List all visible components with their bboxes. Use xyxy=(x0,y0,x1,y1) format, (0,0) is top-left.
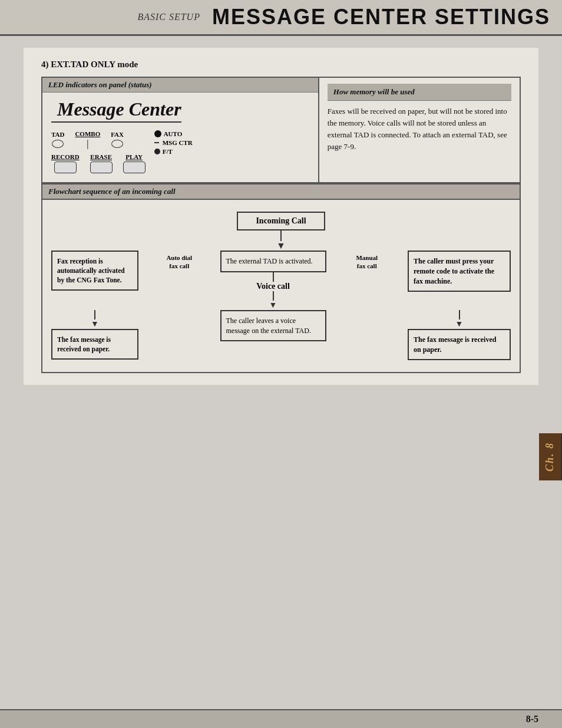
bottom-right-box: The fax message is received on paper. xyxy=(408,329,511,361)
flowchart-header: Flowchart sequence of an incoming call xyxy=(41,183,521,199)
fax-circle xyxy=(111,140,123,148)
ft-item: F/T xyxy=(154,148,193,155)
mc-row-buttons: RECORD ERASE PLAY xyxy=(51,153,146,173)
erase-button xyxy=(90,162,113,173)
arrow-down-voice: ▼ xyxy=(269,301,277,310)
ft-label: F/T xyxy=(163,148,173,155)
led-diagram: LED indicators on panel (status) Message… xyxy=(41,77,521,183)
bottom-center-text: The caller leaves a voice message on the… xyxy=(226,317,311,335)
incoming-call-label: Incoming Call xyxy=(256,216,306,225)
message-center-graphic: Message Center TAD COMBO | xyxy=(42,93,318,182)
led-header: LED indicators on panel (status) xyxy=(42,78,318,93)
tad-circle xyxy=(52,140,64,148)
page-title: MESSAGE CENTER SETTINGS xyxy=(212,5,550,29)
bottom-right-text: The fax message is received on paper. xyxy=(414,335,496,354)
bottom-left-arrow: ▼ xyxy=(91,319,99,329)
mc-left-panel: TAD COMBO | FAX xyxy=(51,130,146,173)
flowchart-full: Incoming Call ▼ Fax reception is automat… xyxy=(51,212,511,360)
auto-dot xyxy=(154,130,161,137)
page-number: 8-5 xyxy=(526,714,538,724)
play-label: PLAY xyxy=(125,153,143,160)
bottom-left-text: The fax message is received on paper. xyxy=(57,336,111,353)
left-fax-text: Fax reception is automatically activated… xyxy=(57,258,125,284)
flowchart-body: Incoming Call ▼ Fax reception is automat… xyxy=(41,199,521,373)
incoming-call-row: Incoming Call ▼ xyxy=(51,212,511,251)
col-right: The caller must press your remote code t… xyxy=(408,251,511,292)
msg-ctr-item: MSG CTR xyxy=(154,139,193,146)
page-number-bar: 8-5 xyxy=(0,709,562,728)
bottom-left-line xyxy=(94,310,95,319)
ft-dot xyxy=(154,149,160,154)
voice-line xyxy=(273,272,274,282)
record-label: RECORD xyxy=(51,153,80,160)
bottom-left-col: ▼ The fax message is received on paper. xyxy=(51,310,138,360)
bottom-center-box: The caller leaves a voice message on the… xyxy=(220,310,326,342)
bottom-right-line xyxy=(459,310,460,319)
col-left: Fax reception is automatically activated… xyxy=(51,251,138,291)
center-tad-box: The external TAD is activated. xyxy=(220,251,326,272)
manual-label: Manual fax call xyxy=(356,253,378,271)
how-memory-header: How memory will be used xyxy=(328,84,511,101)
left-fax-box: Fax reception is automatically activated… xyxy=(51,251,138,291)
erase-label: ERASE xyxy=(90,153,112,160)
combo-label: COMBO xyxy=(75,130,100,137)
auto-item: AUTO xyxy=(154,130,193,137)
right-fax-text: The caller must press your remote code t… xyxy=(414,257,494,285)
section-title: 4) EXT.TAD ONLY mode xyxy=(41,60,521,70)
arrow-down-1: ▼ xyxy=(276,241,286,251)
right-fax-box: The caller must press your remote code t… xyxy=(408,251,511,292)
basic-setup-label: BASIC SETUP xyxy=(137,12,200,22)
arrow-line-1 xyxy=(280,230,282,241)
auto-label: AUTO xyxy=(164,130,183,137)
play-button xyxy=(123,162,146,173)
bottom-right-col: ▼ The fax message is received on paper. xyxy=(408,310,511,361)
voice-call-label: Voice call xyxy=(256,282,290,291)
auto-dial-col: Auto dial fax call xyxy=(158,251,200,271)
manual-col: Manual fax call xyxy=(346,251,388,271)
bottom-row: ▼ The fax message is received on paper. … xyxy=(51,310,511,361)
main-content: 4) EXT.TAD ONLY mode LED indicators on p… xyxy=(24,48,538,385)
message-center-title: Message Center xyxy=(51,98,181,123)
incoming-call-box: Incoming Call xyxy=(237,212,325,230)
msg-ctr-label: MSG CTR xyxy=(163,139,193,146)
how-memory-panel: How memory will be used Faxes will be re… xyxy=(319,78,520,182)
center-tad-text: The external TAD is activated. xyxy=(226,257,313,265)
bottom-left-box: The fax message is received on paper. xyxy=(51,329,138,360)
record-button xyxy=(54,162,77,173)
mc-row-labels: TAD COMBO | FAX xyxy=(51,130,146,149)
how-memory-text: Faxes will be received on paper, but wil… xyxy=(328,106,511,153)
led-panel: LED indicators on panel (status) Message… xyxy=(42,78,319,182)
fax-label: FAX xyxy=(111,131,124,138)
bottom-right-arrow: ▼ xyxy=(455,319,464,329)
page-header: BASIC SETUP MESSAGE CENTER SETTINGS xyxy=(0,0,562,36)
middle-row: Fax reception is automatically activated… xyxy=(51,251,511,310)
chapter-tab: Ch. 8 xyxy=(539,433,562,480)
bottom-center-col: The caller leaves a voice message on the… xyxy=(220,310,326,342)
voice-call-area: Voice call ▼ xyxy=(220,272,326,310)
mc-right-panel: AUTO MSG CTR F/T xyxy=(154,130,193,155)
auto-dial-label: Auto dial fax call xyxy=(166,253,192,271)
voice-line-2 xyxy=(273,291,274,301)
col-center: The external TAD is activated. Voice cal… xyxy=(220,251,326,310)
mc-controls: TAD COMBO | FAX xyxy=(51,127,309,176)
tad-label: TAD xyxy=(51,131,64,138)
msg-ctr-dash xyxy=(154,142,159,143)
